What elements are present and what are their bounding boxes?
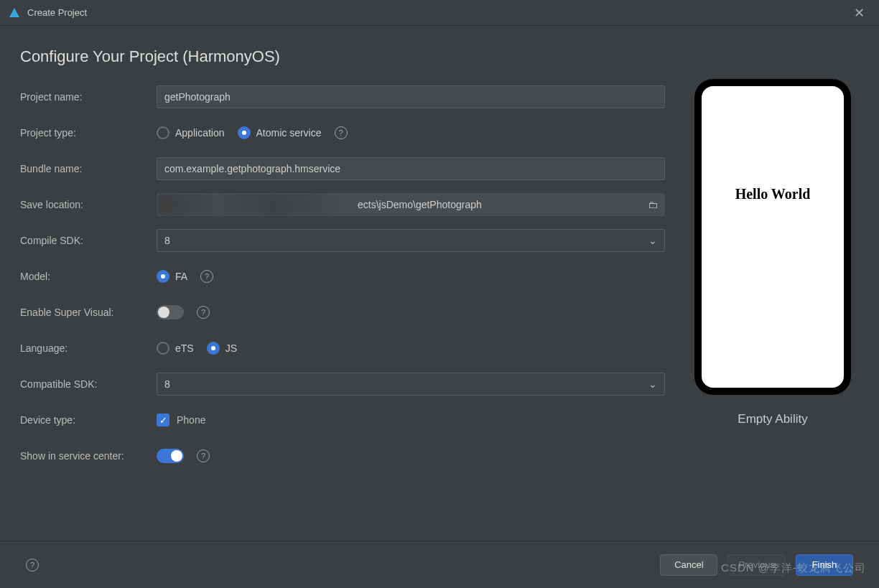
radio-application-label: Application [175, 127, 225, 139]
radio-fa-label: FA [175, 271, 187, 282]
cancel-button[interactable]: Cancel [660, 554, 717, 576]
close-icon[interactable]: ✕ [848, 2, 870, 24]
compatible-sdk-label: Compatible SDK: [20, 378, 157, 390]
preview-panel: Hello World Empty Ability [687, 79, 859, 474]
save-location-input[interactable]: ects\jsDemo\getPhotograph 🗀 [157, 193, 665, 216]
radio-js[interactable]: JS [207, 342, 237, 355]
hello-world-text: Hello World [735, 186, 811, 202]
help-service-center-icon[interactable]: ? [197, 449, 210, 462]
service-center-label: Show in service center: [20, 450, 157, 462]
bundle-name-value: com.example.getphotograph.hmservice [164, 163, 340, 174]
compile-sdk-select[interactable]: 8 ⌄ [157, 229, 665, 252]
titlebar: Create Project ✕ [0, 0, 879, 26]
previous-label: Previous [738, 559, 775, 570]
preview-caption: Empty Ability [738, 412, 807, 426]
project-name-input[interactable]: getPhotograph [157, 85, 665, 108]
radio-model-fa[interactable]: FA [157, 270, 187, 283]
project-name-label: Project name: [20, 91, 157, 103]
window-title: Create Project [27, 7, 87, 18]
radio-atomic-service[interactable]: Atomic service [238, 126, 322, 139]
chevron-down-icon: ⌄ [648, 235, 657, 246]
redacted-path [158, 195, 352, 215]
radio-circle-icon [157, 126, 169, 139]
radio-ets[interactable]: eTS [157, 342, 194, 355]
project-name-value: getPhotograph [164, 91, 231, 103]
bottom-bar: ? Cancel Previous Finish [0, 541, 879, 588]
compile-sdk-label: Compile SDK: [20, 235, 157, 246]
phone-mockup: Hello World [694, 79, 851, 395]
radio-circle-icon [238, 126, 251, 139]
save-location-value: ects\jsDemo\getPhotograph [358, 199, 482, 210]
phone-checkbox[interactable]: ✓ [157, 414, 169, 426]
help-model-icon[interactable]: ? [200, 270, 213, 283]
model-label: Model: [20, 271, 157, 282]
help-project-type-icon[interactable]: ? [335, 126, 348, 139]
bundle-name-label: Bundle name: [20, 163, 157, 174]
radio-circle-icon [207, 342, 220, 355]
compatible-sdk-value: 8 [164, 378, 170, 390]
compile-sdk-value: 8 [164, 235, 170, 246]
project-type-label: Project type: [20, 127, 157, 139]
finish-button[interactable]: Finish [796, 554, 853, 576]
chevron-down-icon: ⌄ [648, 378, 657, 390]
project-form: Project name: getPhotograph Project type… [20, 79, 665, 474]
radio-circle-icon [157, 342, 169, 355]
save-location-label: Save location: [20, 199, 157, 210]
previous-button[interactable]: Previous [727, 554, 786, 576]
radio-application[interactable]: Application [157, 126, 225, 139]
help-icon[interactable]: ? [26, 559, 39, 571]
folder-browse-icon[interactable]: 🗀 [648, 199, 658, 210]
device-type-label: Device type: [20, 414, 157, 426]
cancel-label: Cancel [674, 559, 703, 570]
language-label: Language: [20, 342, 157, 354]
radio-js-label: JS [225, 342, 237, 354]
super-visual-label: Enable Super Visual: [20, 307, 157, 318]
help-super-visual-icon[interactable]: ? [197, 306, 210, 319]
app-logo-icon [9, 7, 20, 19]
radio-circle-icon [157, 270, 169, 283]
bundle-name-input[interactable]: com.example.getphotograph.hmservice [157, 157, 665, 180]
svg-marker-0 [9, 8, 19, 17]
compatible-sdk-select[interactable]: 8 ⌄ [157, 373, 665, 396]
phone-label: Phone [177, 414, 205, 426]
phone-screen: Hello World [702, 86, 844, 388]
page-title: Configure Your Project (HarmonyOS) [0, 26, 879, 79]
service-center-toggle[interactable] [157, 449, 184, 463]
finish-label: Finish [812, 559, 837, 570]
super-visual-toggle[interactable] [157, 305, 184, 319]
radio-ets-label: eTS [175, 342, 194, 354]
radio-atomic-label: Atomic service [256, 127, 322, 139]
